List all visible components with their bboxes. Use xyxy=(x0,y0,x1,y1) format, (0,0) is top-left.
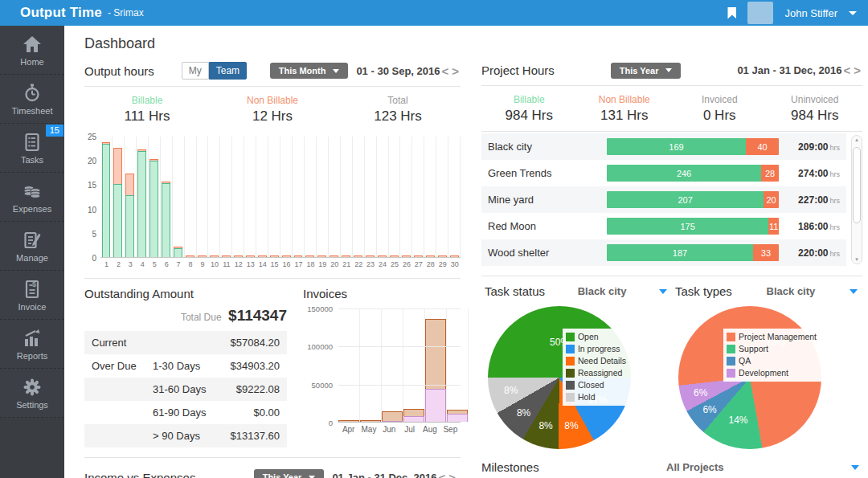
non-billable-segment: 11 xyxy=(768,218,779,235)
project-hours-bar: 18733 xyxy=(607,244,779,261)
sidebar-item-manage[interactable]: Manage xyxy=(0,222,64,271)
project-row[interactable]: Mine yard20720227:00hrs xyxy=(481,186,846,213)
chevron-down-icon[interactable] xyxy=(849,11,857,15)
aging-period: 31-60 Days xyxy=(153,383,236,395)
paid-segment xyxy=(425,389,446,422)
chart-column xyxy=(293,137,305,257)
project-hours-period-dropdown[interactable]: This Year xyxy=(611,63,682,79)
y-tick-label: 20 xyxy=(88,157,96,165)
next-period-button[interactable]: > xyxy=(852,63,862,77)
stat-label: Total xyxy=(335,95,461,106)
scroll-up-icon[interactable]: ▲ xyxy=(852,137,862,142)
project-row[interactable]: Black city16940209:00hrs xyxy=(481,133,846,160)
project-hours-date-range: 01 Jan - 31 Dec, 2016 xyxy=(737,64,841,76)
legend-swatch xyxy=(566,357,575,366)
legend-item: Project Management xyxy=(727,331,817,343)
output-hours-x-axis: 1234567891011121314151617181920212223242… xyxy=(100,258,461,268)
stacked-bar xyxy=(450,255,459,257)
chart-column xyxy=(424,137,436,257)
output-hours-plot xyxy=(100,137,461,258)
income-expenses-header: Income vs Expenses This Year 01 Jan - 31… xyxy=(84,458,461,478)
prev-period-button[interactable]: < xyxy=(440,64,450,78)
scroll-down-icon[interactable]: ▼ xyxy=(852,257,862,262)
project-row[interactable]: Red Moon17511186:00hrs xyxy=(481,213,846,239)
avatar[interactable] xyxy=(747,2,773,24)
task-types-panel: Task types Black city 14%6%6%74%Project … xyxy=(672,284,862,449)
user-menu[interactable]: John Stiffer xyxy=(784,7,837,19)
sidebar-item-timesheet[interactable]: Timesheet xyxy=(0,75,64,124)
billable-segment: 169 xyxy=(607,138,746,155)
chart-column xyxy=(353,137,365,257)
toggle-my[interactable]: My xyxy=(182,62,209,80)
milestones-project-selector[interactable]: All Projects xyxy=(666,461,724,473)
stat-label: Non Billable xyxy=(577,94,673,105)
x-tick-label: 9 xyxy=(197,258,209,268)
output-hours-y-axis: 2520151050 xyxy=(84,137,100,258)
sidebar-item-settings[interactable]: Settings xyxy=(0,369,64,418)
output-hours-title: Output hours xyxy=(84,64,154,78)
chevron-down-icon[interactable] xyxy=(659,289,667,294)
chevron-down-icon[interactable] xyxy=(851,465,859,470)
legend-item: QA xyxy=(727,355,817,367)
project-row[interactable]: Green Trends24628274:00hrs xyxy=(481,160,846,186)
sidebar-item-tasks[interactable]: 15 Tasks xyxy=(0,124,64,173)
next-period-button[interactable]: > xyxy=(450,64,461,78)
next-period-button[interactable]: > xyxy=(447,471,457,478)
income-expenses-period-dropdown[interactable]: This Year xyxy=(254,469,325,478)
toggle-team[interactable]: Team xyxy=(209,62,247,80)
stat-value: 984 Hrs xyxy=(768,108,863,124)
stacked-bar xyxy=(354,255,362,257)
invoiced-segment xyxy=(360,420,381,422)
chart-column xyxy=(338,308,360,422)
task-status-project-selector[interactable]: Black city xyxy=(578,285,627,297)
x-tick-label: 25 xyxy=(389,258,401,268)
chart-column xyxy=(329,137,341,257)
project-total-hours: 186:00hrs xyxy=(790,221,840,232)
legend-label: Support xyxy=(739,343,768,355)
sidebar-item-expenses[interactable]: Expenses xyxy=(0,173,64,222)
hours-unit: hrs xyxy=(829,223,840,231)
aging-amount: $9222.08 xyxy=(236,383,280,395)
task-types-project-selector[interactable]: Black city xyxy=(767,285,816,297)
billable-segment xyxy=(113,184,122,257)
prev-period-button[interactable]: < xyxy=(841,63,852,77)
stacked-bar xyxy=(402,255,411,257)
billable-segment: 246 xyxy=(607,165,761,182)
chevron-down-icon[interactable] xyxy=(850,289,858,294)
billable-segment xyxy=(149,161,158,257)
stat-label: Billable xyxy=(84,95,210,106)
invoiced-segment xyxy=(403,409,424,416)
project-row[interactable]: Wood shelter18733220:00hrs xyxy=(481,239,846,266)
my-team-toggle[interactable]: My Team xyxy=(182,62,247,80)
gridline xyxy=(338,346,461,347)
task-list-icon xyxy=(22,132,43,153)
legend-label: In progress xyxy=(578,343,620,355)
x-tick-label: 26 xyxy=(400,258,412,268)
billable-segment xyxy=(162,183,170,257)
income-expenses-date-range: 01 Jan - 31 Dec, 2016 xyxy=(332,472,436,478)
output-hours-header: Output hours My Team This Month 01 - 30 … xyxy=(84,62,461,87)
prev-period-button[interactable]: < xyxy=(436,471,447,478)
non-billable-segment xyxy=(342,255,350,257)
non-billable-segment xyxy=(234,255,243,257)
bookmark-icon[interactable] xyxy=(727,7,736,19)
invoices-panel: Invoices 150000100000500000 AprMayJunJul… xyxy=(303,287,461,447)
project-hours-title: Project Hours xyxy=(481,63,555,77)
sidebar-item-home[interactable]: Home xyxy=(0,26,64,75)
sidebar-item-reports[interactable]: Reports xyxy=(0,320,64,369)
chart-column xyxy=(268,137,280,257)
output-hours-period-dropdown[interactable]: This Month xyxy=(270,63,349,79)
chart-column xyxy=(400,137,412,257)
billable-segment: 187 xyxy=(607,244,753,261)
paid-segment xyxy=(403,416,424,422)
billable-segment: 207 xyxy=(607,191,764,208)
non-billable-segment xyxy=(402,255,411,257)
project-hours-list: Black city16940209:00hrsGreen Trends2462… xyxy=(481,133,862,266)
x-tick-label: 3 xyxy=(125,258,137,268)
scrollbar[interactable]: ▲ ▼ xyxy=(851,135,862,264)
scrollbar-thumb[interactable] xyxy=(853,147,861,223)
chart-column xyxy=(197,137,209,257)
sidebar-item-invoice[interactable]: $ Invoice xyxy=(0,271,64,320)
x-tick-label: 7 xyxy=(173,258,185,268)
stacked-bar xyxy=(338,420,359,422)
